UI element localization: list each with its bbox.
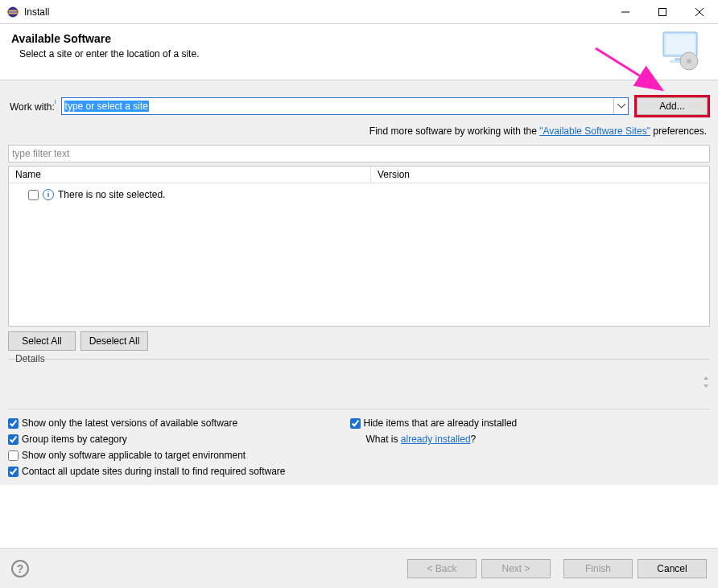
column-name[interactable]: Name: [9, 167, 371, 183]
tree-empty-row: i There is no site selected.: [14, 188, 704, 201]
monitor-update-icon: [658, 29, 702, 72]
back-button[interactable]: < Back: [407, 559, 477, 578]
opt-contact-all[interactable]: Contact all update sites during install …: [8, 466, 286, 477]
site-combo[interactable]: type or select a site: [61, 97, 629, 115]
wizard-footer: ? < Back Next > Finish Cancel: [0, 548, 718, 588]
window-title: Install: [24, 6, 49, 18]
wizard-body: Work with:i type or select a site Add...…: [0, 80, 718, 485]
opt-hide-installed[interactable]: Hide items that are already installed: [350, 417, 518, 429]
eclipse-icon: [6, 6, 19, 19]
add-button-highlight: Add...: [634, 95, 710, 117]
opt-target-env-checkbox[interactable]: [8, 450, 19, 461]
opt-hide-installed-checkbox[interactable]: [350, 418, 361, 429]
close-button[interactable]: [681, 0, 718, 24]
minimize-button[interactable]: [607, 0, 644, 24]
chevron-down-icon[interactable]: [613, 98, 628, 114]
already-installed-hint: What is already installed?: [366, 434, 518, 445]
opt-group-category[interactable]: Group items by category: [8, 434, 286, 445]
next-button[interactable]: Next >: [481, 559, 551, 578]
svg-rect-4: [666, 35, 695, 54]
svg-point-8: [687, 59, 691, 64]
maximize-button[interactable]: [644, 0, 681, 24]
tree-row-checkbox[interactable]: [28, 190, 39, 200]
cancel-button[interactable]: Cancel: [638, 559, 707, 578]
already-installed-link[interactable]: already installed: [401, 434, 471, 445]
titlebar: Install: [0, 0, 718, 24]
field-info-icon: i: [55, 98, 56, 105]
work-with-label: Work with:i: [8, 101, 58, 113]
details-legend: Details: [11, 353, 49, 364]
find-more-hint: Find more software by working with the "…: [8, 125, 707, 137]
deselect-all-button[interactable]: Deselect All: [80, 331, 148, 351]
opt-show-latest-checkbox[interactable]: [8, 418, 19, 429]
work-with-row: Work with:i type or select a site Add...: [8, 95, 710, 117]
options-area: Show only the latest versions of availab…: [8, 417, 710, 477]
filter-placeholder: type filter text: [12, 148, 69, 159]
filter-input[interactable]: type filter text: [8, 145, 710, 162]
opt-group-category-checkbox[interactable]: [8, 434, 19, 445]
opt-target-env[interactable]: Show only software applicable to target …: [8, 450, 286, 461]
separator: [8, 409, 710, 409]
banner-subtext: Select a site or enter the location of a…: [19, 48, 707, 60]
available-sites-link[interactable]: "Available Software Sites": [539, 125, 650, 137]
wizard-banner: Available Software Select a site or ente…: [0, 24, 718, 80]
help-icon[interactable]: ?: [11, 560, 29, 578]
details-scroll-icon[interactable]: [700, 374, 712, 393]
opt-contact-all-checkbox[interactable]: [8, 467, 19, 477]
column-version[interactable]: Version: [371, 167, 709, 183]
software-tree: Name Version i There is no site selected…: [8, 166, 710, 327]
select-all-button[interactable]: Select All: [8, 331, 76, 351]
tree-empty-text: There is no site selected.: [58, 189, 165, 200]
site-combo-text: type or select a site: [64, 101, 149, 112]
finish-button[interactable]: Finish: [563, 559, 633, 578]
banner-heading: Available Software: [11, 32, 707, 45]
opt-show-latest[interactable]: Show only the latest versions of availab…: [8, 417, 286, 429]
info-icon: i: [43, 189, 54, 200]
add-button[interactable]: Add...: [637, 97, 708, 115]
svg-rect-2: [659, 8, 666, 15]
tree-header: Name Version: [9, 167, 709, 183]
details-group: Details: [8, 359, 710, 402]
